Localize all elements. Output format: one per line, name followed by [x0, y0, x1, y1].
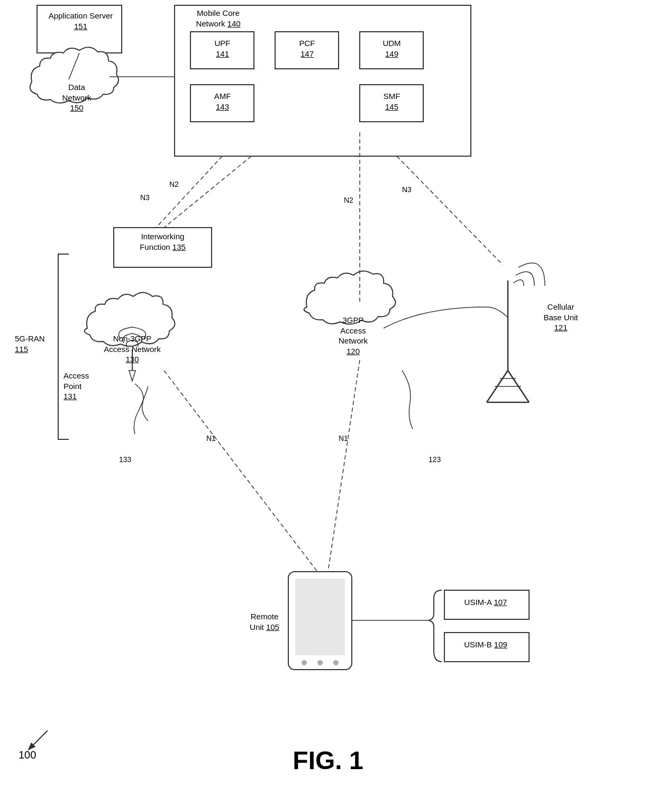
n2-label-left: N2	[169, 180, 179, 188]
link-133-label: 133	[119, 455, 131, 464]
svg-line-24	[487, 371, 508, 402]
svg-line-15	[397, 156, 503, 265]
5gran-label: 5G-RAN 115	[15, 333, 57, 354]
n1-label-right: N1	[339, 434, 348, 443]
remote-unit-label: Remote Unit 105	[233, 611, 296, 632]
svg-line-13	[164, 156, 251, 228]
usim-b-label: USIM-B 109	[446, 639, 525, 650]
n3-label-left: N3	[140, 193, 150, 202]
udm-label: UDM 149	[361, 38, 422, 59]
upf-label: UPF 141	[192, 38, 253, 59]
svg-line-29	[497, 371, 508, 386]
svg-line-17	[328, 360, 360, 572]
svg-line-25	[508, 371, 529, 402]
svg-marker-32	[129, 371, 135, 381]
non3gpp-label: Non-3GPP Access Network 130	[90, 333, 175, 365]
n2-label-right: N2	[344, 196, 353, 204]
app-server-label: Application Server 151	[40, 11, 122, 31]
svg-line-16	[164, 371, 317, 572]
usim-a-label: USIM-A 107	[446, 597, 525, 608]
svg-point-20	[302, 660, 307, 665]
svg-line-12	[156, 156, 222, 228]
data-network-label: Data Network 150	[40, 82, 114, 113]
n1-label-left: N1	[206, 434, 216, 443]
svg-point-22	[333, 660, 339, 665]
3gpp-label: 3GPP Access Network 120	[312, 315, 394, 356]
interworking-label: Interworking Function 135	[116, 231, 209, 252]
access-point-label: Access Point 131	[63, 371, 122, 402]
smf-label: SMF 145	[361, 91, 422, 112]
mobile-core-label: Mobile Core Network 140	[177, 8, 259, 29]
link-123-label: 123	[429, 455, 441, 464]
svg-rect-19	[295, 579, 345, 655]
pcf-label: PCF 147	[277, 38, 338, 59]
amf-label: AMF 143	[192, 91, 253, 112]
svg-line-10	[69, 53, 79, 79]
svg-line-30	[508, 371, 518, 386]
n3-label-right: N3	[402, 185, 412, 194]
svg-rect-18	[288, 572, 352, 670]
svg-point-21	[317, 660, 323, 665]
cellular-base-label: Cellular Base Unit 121	[524, 302, 598, 333]
figure-caption: FIG. 1	[0, 746, 656, 775]
